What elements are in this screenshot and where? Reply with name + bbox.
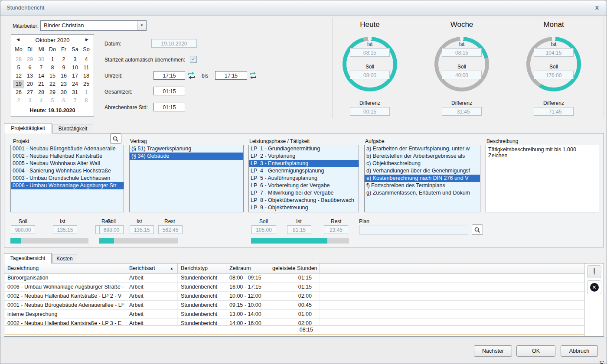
col-berichtstyp[interactable]: Berichtstyp [178,263,226,273]
list-item[interactable]: (§ 51) Tragwerksplanung [130,145,243,153]
calendar-day[interactable]: 21 [36,80,47,88]
col-geleistete-stunden[interactable]: geleistete Stunden [269,263,320,273]
beschreibung-textarea[interactable]: Tätigkeitsbeschreibung mit bis 1.000 Zei… [486,145,599,212]
calendar-day[interactable]: 9 [58,64,69,72]
tab-kosten[interactable]: Kosten [52,254,77,263]
calendar-day[interactable]: 19 [13,80,24,88]
list-item[interactable]: LP 7 - Mitwirkung bei der Vergabe [249,189,359,197]
calendar-day[interactable]: 2 [13,97,24,105]
list-item[interactable]: a) Erarbeiten der Entwurfsplanung, unter… [365,145,480,153]
gesamtzeit-field[interactable]: 01:15 [153,87,185,95]
time-swap-icon[interactable] [249,71,257,80]
list-item[interactable]: e) Kostenberechnung nach DIN 276 und V [365,175,480,182]
list-item[interactable]: 0002 - Neubau Hallenbad Kantstraße [11,153,124,160]
calendar-next-button[interactable]: ▶ [85,37,88,42]
calendar-day[interactable]: 30 [36,55,47,64]
plan-field[interactable] [359,225,468,234]
naechster-button[interactable]: Nächster [474,345,512,357]
calendar-day[interactable]: 15 [47,72,58,80]
abrechenbar-field[interactable]: 01:15 [153,103,185,111]
calendar-day[interactable]: 24 [69,80,81,88]
list-item[interactable]: d) Verhandlungen über die Genehmigungsf [365,167,480,175]
calendar-day[interactable]: 16 [58,72,69,80]
list-item[interactable]: LP 3 - Entwurfsplanung [249,160,359,167]
calendar-day[interactable]: 4 [36,97,47,105]
list-item[interactable]: b) Bereitstellen der Arbeitsergebnisse a… [365,153,480,160]
calendar-day[interactable]: 17 [69,72,81,80]
calendar-day[interactable]: 5 [47,97,58,105]
calendar-day[interactable]: 5 [13,64,24,72]
list-item[interactable]: 0006 - Umbau Wohnanlage Augsburger Str [11,182,124,189]
abbruch-button[interactable]: Abbruch [561,345,598,357]
calendar-day[interactable]: 25 [81,80,92,88]
calendar-day[interactable]: 1 [47,55,58,64]
table-row[interactable]: interne BesprechungArbeitStundenbericht1… [4,310,585,319]
calendar-day[interactable]: 1 [81,88,92,97]
calendar-day[interactable]: 2 [58,55,69,64]
calendar-day[interactable]: 27 [24,88,36,97]
table-row[interactable]: 0006 - Umbau Wohnanlage Augsburger Straß… [4,283,585,292]
calendar-day[interactable]: 18 [81,72,92,80]
calendar-day[interactable]: 6 [24,64,36,72]
list-item[interactable]: LP 1 - Grundlagenermittlung [249,145,359,153]
list-item[interactable]: LP 5 - Ausführungsplanung [249,175,359,182]
list-item[interactable]: c) Objektbeschreibung [365,160,480,167]
tab-buerotaetigkeit[interactable]: Bürotätigkeit [52,124,93,133]
col-zeitraum[interactable]: Zeitraum [226,263,269,273]
list-item[interactable]: LP 9 - Objektbetreuung [249,204,359,211]
calendar-day[interactable]: 31 [69,88,81,97]
table-row[interactable]: BüroorganisationArbeitStundenbericht08:0… [4,273,585,283]
calendar-day[interactable]: 7 [36,64,47,72]
calendar-day[interactable]: 28 [13,55,24,64]
col-bezeichnung[interactable]: Bezeichnung [4,263,126,273]
calendar-day[interactable]: 12 [13,72,24,80]
edit-entry-button[interactable] [587,265,601,278]
tab-projekttaetigkeit[interactable]: Projekttätigkeit [4,123,52,133]
projekt-search-button[interactable] [110,133,121,144]
calendar-day[interactable]: 30 [58,88,69,97]
calendar-month-title[interactable]: Oktober 2020 [11,37,94,43]
calendar-day[interactable]: 29 [24,55,36,64]
calendar-day[interactable]: 3 [69,55,81,64]
calendar-day[interactable]: 26 [13,88,24,97]
calendar-day[interactable]: 8 [81,97,92,105]
calendar-day[interactable]: 7 [69,97,81,105]
startzeit-checkbox[interactable]: ✓ [190,56,197,63]
calendar-day[interactable]: 23 [58,80,69,88]
table-row[interactable]: 0002 - Neubau Hallenbad Kantstraße - LP … [4,292,585,301]
mitarbeiter-select[interactable]: Binder Christian ▼ [40,20,147,31]
list-item[interactable]: LP 8 - Objektüberwachung - Bauüberwach [249,197,359,204]
ok-button[interactable]: OK [516,345,555,357]
calendar-day[interactable]: 22 [47,80,58,88]
calendar-day[interactable]: 4 [81,55,92,64]
table-row[interactable]: 0001 - Neubau Bürogebäude Adenauerallee … [4,301,585,310]
calendar-day[interactable]: 11 [81,64,92,72]
calendar-day[interactable]: 20 [24,80,36,88]
list-item[interactable]: LP 2 - Vorplanung [249,153,359,160]
close-icon[interactable]: x [595,3,599,11]
calendar-day[interactable]: 28 [36,88,47,97]
list-item[interactable]: 0005 - Neubau Wohnhaus Alter Wall [11,160,124,167]
delete-entry-button[interactable]: ✕ [587,280,601,294]
list-item[interactable]: g) Zusammenfassen, Erläutern und Dokum [365,189,480,197]
calendar-day[interactable]: 14 [36,72,47,80]
list-item[interactable]: 0003 - Umbau Grundschule Lechhausen [11,175,124,182]
list-item[interactable]: LP 6 - Vorbereitung der Vergabe [249,182,359,189]
calendar-day[interactable]: 8 [47,64,58,72]
time-swap-icon[interactable] [187,71,196,80]
col-berichtsart[interactable]: Berichtsart▲ [126,263,178,273]
list-item[interactable]: (§ 34) Gebäude [130,153,243,160]
calendar-day[interactable]: 6 [58,97,69,105]
list-item[interactable]: 0001 - Neubau Bürogebäude Adenaueralle [11,145,124,153]
plan-search-button[interactable] [472,224,483,235]
tab-tagesuebersicht[interactable]: Tagesübersicht [4,253,52,263]
title-bar[interactable]: Stundenbericht x [0,0,607,16]
list-item[interactable]: f) Fortschreiben des Terminplans [365,182,480,189]
calendar-day[interactable]: 3 [24,97,36,105]
calendar-day[interactable]: 13 [24,72,36,80]
time-to-field[interactable]: 17:15 [215,71,247,80]
chevron-down-icon[interactable]: ▼ [137,21,146,30]
list-item[interactable]: LP 4 - Genehmigungsplanung [249,167,359,175]
time-from-field[interactable]: 17:15 [153,71,185,80]
list-item[interactable]: 0004 - Sanierung Wohnhaus Hochstraße [11,167,124,175]
